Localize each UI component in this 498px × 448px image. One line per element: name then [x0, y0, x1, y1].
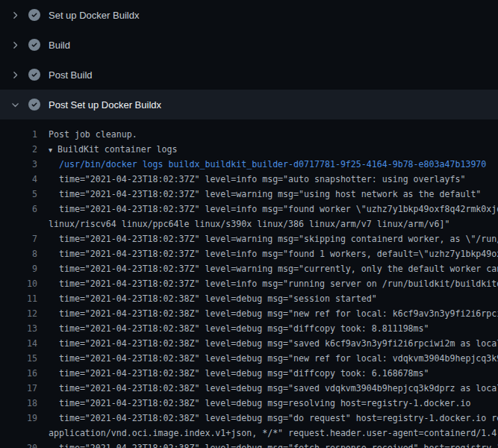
log-line: 4 time="2021-04-23T18:02:37Z" level=info… — [0, 172, 498, 187]
check-circle-icon — [28, 9, 40, 21]
log-text: time="2021-04-23T18:02:38Z" level=debug … — [49, 336, 498, 351]
line-number[interactable]: 7 — [0, 231, 37, 246]
log-line: 1Post job cleanup. — [0, 127, 498, 142]
line-number[interactable]: 19 — [0, 411, 37, 426]
line-number[interactable]: 18 — [0, 396, 37, 411]
log-text: time="2021-04-23T18:02:38Z" level=debug … — [49, 441, 498, 448]
log-text: ▼BuildKit container logs — [49, 142, 178, 157]
line-number[interactable]: 13 — [0, 321, 37, 336]
log-text: Post job cleanup. — [49, 127, 137, 142]
chevron-right-icon — [10, 69, 20, 80]
log-line: 13 time="2021-04-23T18:02:38Z" level=deb… — [0, 321, 498, 336]
log-text: time="2021-04-23T18:02:38Z" level=debug … — [49, 291, 377, 306]
log-text: application/vnd.oci.image.index.v1+json,… — [49, 426, 498, 441]
log-line: 10 time="2021-04-23T18:02:37Z" level=inf… — [0, 276, 498, 291]
log-text: time="2021-04-23T18:02:37Z" level=warnin… — [49, 231, 498, 246]
log-line: 3 /usr/bin/docker logs buildx_buildkit_b… — [0, 157, 498, 172]
log-text: time="2021-04-23T18:02:38Z" level=debug … — [49, 306, 498, 321]
line-number — [0, 426, 37, 441]
line-number[interactable]: 3 — [0, 157, 37, 172]
line-number[interactable]: 16 — [0, 366, 37, 381]
step-row-build[interactable]: Build — [0, 30, 498, 60]
line-number[interactable]: 17 — [0, 381, 37, 396]
line-number[interactable]: 6 — [0, 202, 37, 217]
log-text: time="2021-04-23T18:02:38Z" level=debug … — [49, 396, 470, 411]
chevron-right-icon — [10, 10, 20, 20]
step-row-set-up-docker-buildx[interactable]: Set up Docker Buildx — [0, 0, 498, 30]
log-line-wrap: application/vnd.oci.image.index.v1+json,… — [0, 426, 498, 441]
log-text: linux/riscv64 linux/ppc64le linux/s390x … — [49, 217, 449, 231]
step-label: Set up Docker Buildx — [49, 10, 139, 21]
triangle-down-icon: ▼ — [49, 143, 57, 158]
log-line: 16 time="2021-04-23T18:02:38Z" level=deb… — [0, 366, 498, 381]
log-text: time="2021-04-23T18:02:37Z" level=warnin… — [49, 261, 498, 276]
log-text: time="2021-04-23T18:02:38Z" level=debug … — [49, 366, 429, 381]
line-number[interactable]: 15 — [0, 351, 37, 366]
log-group-label: BuildKit container logs — [57, 144, 178, 155]
log-line-wrap: linux/riscv64 linux/ppc64le linux/s390x … — [0, 217, 498, 231]
step-row-post-set-up-docker-buildx[interactable]: Post Set up Docker Buildx — [0, 90, 498, 119]
log-text: time="2021-04-23T18:02:38Z" level=debug … — [49, 411, 498, 426]
log-line: 17 time="2021-04-23T18:02:38Z" level=deb… — [0, 381, 498, 396]
log-group-header[interactable]: 2▼BuildKit container logs — [0, 142, 498, 157]
log-text: time="2021-04-23T18:02:37Z" level=info m… — [49, 276, 498, 291]
log-line: 9 time="2021-04-23T18:02:37Z" level=warn… — [0, 261, 498, 276]
log-line: 14 time="2021-04-23T18:02:38Z" level=deb… — [0, 336, 498, 351]
log-text: time="2021-04-23T18:02:37Z" level=info m… — [49, 172, 465, 187]
check-circle-icon — [28, 69, 40, 81]
chevron-down-icon — [10, 99, 20, 110]
log-text: time="2021-04-23T18:02:38Z" level=debug … — [49, 381, 498, 396]
line-number — [0, 217, 37, 231]
step-label: Post Build — [49, 69, 93, 81]
log-line: 6 time="2021-04-23T18:02:37Z" level=info… — [0, 202, 498, 217]
chevron-right-icon — [10, 40, 20, 50]
log-line: 19 time="2021-04-23T18:02:38Z" level=deb… — [0, 411, 498, 426]
line-number[interactable]: 10 — [0, 276, 37, 291]
line-number[interactable]: 1 — [0, 127, 37, 142]
line-number[interactable]: 4 — [0, 172, 37, 187]
log-line: 8 time="2021-04-23T18:02:37Z" level=info… — [0, 246, 498, 261]
line-number[interactable]: 11 — [0, 291, 37, 306]
check-circle-icon — [28, 39, 40, 51]
log-command-text: /usr/bin/docker logs buildx_buildkit_bui… — [49, 157, 486, 172]
line-number[interactable]: 2 — [0, 142, 37, 157]
log-text: time="2021-04-23T18:02:37Z" level=warnin… — [49, 187, 481, 202]
log-text: time="2021-04-23T18:02:37Z" level=info m… — [49, 202, 498, 217]
step-label: Post Set up Docker Buildx — [49, 99, 161, 111]
line-number[interactable]: 20 — [0, 441, 37, 448]
line-number[interactable]: 8 — [0, 246, 37, 261]
log-line: 18 time="2021-04-23T18:02:38Z" level=deb… — [0, 396, 498, 411]
step-list: Set up Docker Buildx Build Post Build Po… — [0, 0, 498, 119]
log-text: time="2021-04-23T18:02:38Z" level=debug … — [49, 321, 429, 336]
line-number[interactable]: 5 — [0, 187, 37, 202]
log-line: 5 time="2021-04-23T18:02:37Z" level=warn… — [0, 187, 498, 202]
line-number[interactable]: 9 — [0, 261, 37, 276]
step-label: Build — [49, 40, 70, 51]
log-text: time="2021-04-23T18:02:38Z" level=debug … — [49, 351, 498, 366]
line-number[interactable]: 12 — [0, 306, 37, 321]
log-line: 7 time="2021-04-23T18:02:37Z" level=warn… — [0, 231, 498, 246]
line-number[interactable]: 14 — [0, 336, 37, 351]
log-line: 20 time="2021-04-23T18:02:38Z" level=deb… — [0, 441, 498, 448]
log-text: time="2021-04-23T18:02:37Z" level=info m… — [49, 246, 498, 261]
log-container: 1Post job cleanup.2▼BuildKit container l… — [0, 119, 498, 448]
step-row-post-build[interactable]: Post Build — [0, 60, 498, 90]
log-line: 12 time="2021-04-23T18:02:38Z" level=deb… — [0, 306, 498, 321]
log-line: 11 time="2021-04-23T18:02:38Z" level=deb… — [0, 291, 498, 306]
log-line: 15 time="2021-04-23T18:02:38Z" level=deb… — [0, 351, 498, 366]
check-circle-icon — [28, 99, 40, 111]
